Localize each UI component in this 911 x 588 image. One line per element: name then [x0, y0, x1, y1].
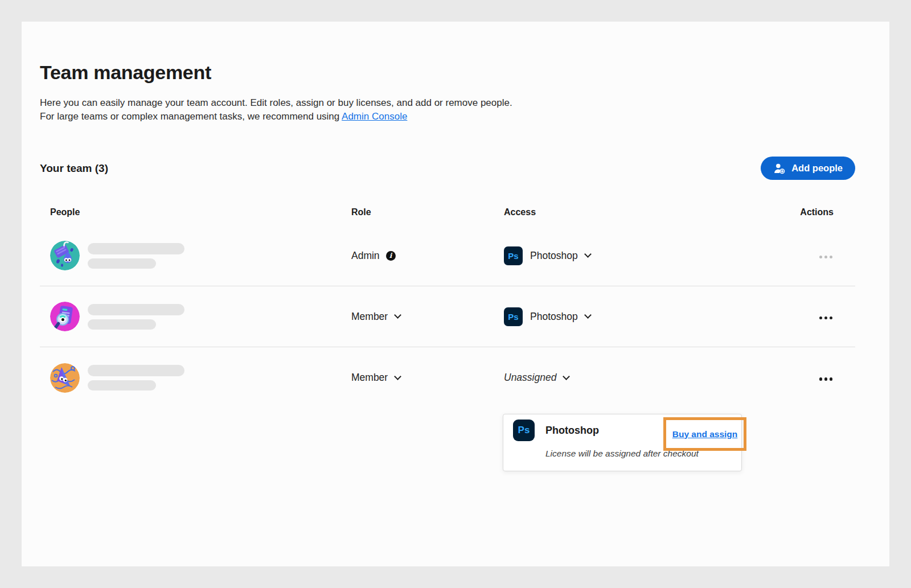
more-options-button[interactable] — [819, 316, 833, 320]
table-row: Member Ps Photoshop — [40, 286, 855, 347]
access-label: Photoshop — [530, 250, 578, 262]
photoshop-app-icon: Ps — [513, 420, 535, 441]
page-description: Here you can easily manage your team acc… — [40, 96, 855, 124]
chevron-down-icon[interactable] — [394, 311, 401, 319]
role-cell: Member — [351, 372, 504, 384]
role-label: Member — [351, 311, 388, 323]
access-dropdown-panel: Ps Photoshop License will be assigned af… — [503, 414, 742, 471]
access-cell: Ps Photoshop — [504, 307, 770, 326]
dropdown-product-name: Photoshop — [545, 425, 599, 437]
access-cell: Unassigned Ps Photoshop License will be … — [504, 372, 770, 384]
redacted-name-placeholder — [88, 304, 184, 330]
chevron-down-icon[interactable] — [584, 311, 592, 319]
name-placeholder-bar — [88, 243, 184, 254]
description-line1: Here you can easily manage your team acc… — [40, 97, 512, 108]
avatar — [50, 241, 80, 270]
add-person-icon — [773, 162, 786, 175]
buy-and-assign-link[interactable]: Buy and assign — [672, 429, 738, 439]
table-row: Member Unassigned Ps Photoshop License w… — [40, 347, 855, 408]
column-header-role: Role — [351, 207, 504, 217]
admin-console-link[interactable]: Admin Console — [342, 111, 407, 122]
add-people-button-label: Add people — [791, 163, 843, 174]
more-options-button[interactable] — [819, 377, 833, 381]
name-placeholder-bar — [88, 304, 184, 315]
chevron-down-icon[interactable] — [563, 373, 571, 380]
team-table: People Role Access Actions — [40, 199, 855, 408]
add-people-button[interactable]: Add people — [761, 157, 855, 180]
email-placeholder-bar — [88, 258, 156, 269]
chevron-down-icon[interactable] — [584, 250, 592, 258]
name-placeholder-bar — [88, 365, 184, 376]
email-placeholder-bar — [88, 380, 156, 390]
role-cell: Member — [351, 311, 504, 323]
table-header-row: People Role Access Actions — [40, 199, 855, 225]
role-cell: Admin i — [351, 250, 504, 262]
column-header-people: People — [50, 207, 351, 217]
page-title: Team management — [40, 61, 855, 84]
actions-cell — [770, 373, 855, 383]
role-label: Member — [351, 372, 388, 384]
actions-cell — [770, 250, 855, 261]
people-cell — [50, 302, 351, 331]
more-options-button — [819, 256, 833, 259]
team-count-heading: Your team (3) — [40, 162, 108, 175]
avatar — [50, 302, 80, 331]
email-placeholder-bar — [88, 319, 156, 330]
access-label: Photoshop — [530, 311, 578, 323]
team-section-header: Your team (3) Add people — [40, 157, 855, 180]
people-cell — [50, 363, 351, 393]
redacted-name-placeholder — [88, 365, 184, 390]
team-management-card: Team management Here you can easily mana… — [22, 22, 889, 566]
actions-cell — [770, 311, 855, 322]
people-cell — [50, 241, 351, 270]
column-header-access: Access — [504, 207, 770, 217]
access-cell: Ps Photoshop — [504, 246, 770, 265]
description-line2: For large teams or complex management ta… — [40, 111, 342, 122]
role-label: Admin — [351, 250, 380, 262]
avatar — [50, 363, 80, 393]
access-label: Unassigned — [504, 372, 556, 384]
chevron-down-icon[interactable] — [394, 373, 401, 380]
photoshop-app-icon: Ps — [504, 307, 523, 326]
column-header-actions: Actions — [770, 207, 855, 217]
photoshop-app-icon: Ps — [504, 246, 523, 265]
info-icon[interactable]: i — [386, 251, 396, 261]
redacted-name-placeholder — [88, 243, 184, 269]
table-row: Admin i Ps Photoshop — [40, 225, 855, 286]
annotation-highlight-box: Buy and assign — [663, 417, 746, 451]
